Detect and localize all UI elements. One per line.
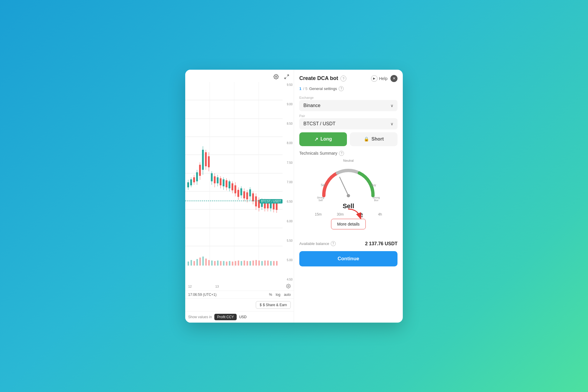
timeframe-15m[interactable]: 15m xyxy=(315,212,322,217)
svg-rect-24 xyxy=(199,165,201,176)
svg-rect-93 xyxy=(232,261,233,266)
long-button[interactable]: ↗ Long xyxy=(299,132,347,146)
share-earn-area: $ $ Share & Earn xyxy=(185,298,294,311)
exchange-select[interactable]: Binance ∨ xyxy=(299,100,397,111)
chart-toolbar xyxy=(185,70,294,82)
short-button[interactable]: 🔒 Short xyxy=(350,132,397,146)
lock-icon: 🔒 xyxy=(364,136,369,142)
svg-text:Sell: Sell xyxy=(318,199,323,201)
svg-rect-20 xyxy=(193,177,195,182)
svg-rect-56 xyxy=(246,192,248,199)
svg-rect-99 xyxy=(250,261,251,265)
gauge-container: Neutral Sell xyxy=(299,159,397,238)
current-price-tag: BTCST / USDT xyxy=(260,199,283,203)
svg-rect-87 xyxy=(214,261,216,265)
svg-rect-48 xyxy=(235,185,236,193)
svg-rect-105 xyxy=(267,260,269,265)
svg-rect-78 xyxy=(188,261,189,266)
date-label-13: 13 xyxy=(215,285,219,288)
svg-rect-86 xyxy=(211,260,213,265)
price-5-50: 5.50 xyxy=(284,239,293,242)
svg-rect-92 xyxy=(229,261,230,265)
price-6-00: 6.00 xyxy=(284,220,293,223)
chart-bottom-gear-icon[interactable] xyxy=(286,284,291,289)
chart-log-ctrl[interactable]: log xyxy=(276,293,280,297)
share-earn-label: $ Share & Earn xyxy=(263,303,287,307)
chart-auto-ctrl[interactable]: auto xyxy=(284,293,291,297)
pair-select[interactable]: BTCST / USDT ∨ xyxy=(299,118,397,129)
svg-rect-97 xyxy=(244,260,245,265)
more-details-button[interactable]: More details xyxy=(331,219,366,229)
svg-rect-101 xyxy=(255,260,257,266)
svg-rect-95 xyxy=(238,260,239,265)
step-help-icon[interactable]: ? xyxy=(339,86,344,91)
svg-rect-34 xyxy=(214,176,216,183)
usd-button[interactable]: USD xyxy=(239,315,246,319)
price-5-00: 5.00 xyxy=(284,258,293,262)
svg-rect-88 xyxy=(217,260,218,265)
price-9-50: 9.50 xyxy=(284,83,293,86)
svg-rect-30 xyxy=(208,156,210,167)
price-8-50: 8.50 xyxy=(284,122,293,125)
gauge-wrapper: Sell Buy Strong Sell Strong Buy xyxy=(310,163,387,201)
svg-rect-28 xyxy=(205,152,207,166)
available-balance-label: Available balance xyxy=(299,241,329,246)
svg-rect-32 xyxy=(211,173,213,181)
svg-point-109 xyxy=(288,286,289,287)
dca-help-icon[interactable]: ? xyxy=(340,76,346,81)
chart-expand-button[interactable] xyxy=(283,73,291,81)
chart-time-display: 17:06:59 (UTC+1) xyxy=(188,293,216,297)
technicals-help-icon[interactable]: ? xyxy=(339,151,344,156)
main-panel: 9.50 9.00 8.50 8.00 7.50 7.00 6.50 6.00 … xyxy=(185,70,403,323)
step-total: / 5 xyxy=(303,86,307,91)
chart-area: 9.50 9.00 8.50 8.00 7.50 7.00 6.50 6.00 … xyxy=(185,70,294,323)
timeframe-30m[interactable]: 30m xyxy=(337,212,344,217)
svg-rect-22 xyxy=(196,172,198,181)
price-6-50: 6.50 xyxy=(284,200,293,203)
svg-rect-79 xyxy=(191,260,192,266)
exchange-value: Binance xyxy=(303,103,320,108)
balance-label-group: Available balance ? xyxy=(299,241,336,246)
play-help-button[interactable]: ▶ Help xyxy=(371,75,387,82)
dca-title-group: Create DCA bot ? xyxy=(299,75,346,81)
svg-rect-18 xyxy=(190,179,192,185)
chart-controls-row: 17:06:59 (UTC+1) % log auto xyxy=(185,291,294,298)
share-earn-button[interactable]: $ $ Share & Earn xyxy=(256,301,291,309)
step-label: General settings xyxy=(309,86,337,91)
profit-ccy-button[interactable]: Profit CCY xyxy=(214,314,237,320)
technicals-title: Technicals Summary xyxy=(299,151,337,156)
dca-panel: Create DCA bot ? ▶ Help ✕ 1 / 5 General … xyxy=(294,70,403,323)
balance-help-icon[interactable]: ? xyxy=(331,241,336,246)
pair-arrow-icon: ∨ xyxy=(390,121,393,126)
chart-bottom: 12 13 xyxy=(185,283,294,291)
chart-canvas: 9.50 9.00 8.50 8.00 7.50 7.00 6.50 6.00 … xyxy=(185,82,294,283)
close-button[interactable]: ✕ xyxy=(390,75,397,82)
show-values-label: Show values in xyxy=(188,315,212,319)
price-9-00: 9.00 xyxy=(284,103,293,106)
exchange-label: Exchange xyxy=(299,96,397,99)
date-labels: 12 13 xyxy=(188,285,219,288)
svg-text:Sell: Sell xyxy=(321,183,326,186)
candlestick-chart xyxy=(185,82,283,283)
svg-rect-85 xyxy=(208,260,210,266)
help-label: Help xyxy=(379,76,387,81)
play-icon: ▶ xyxy=(371,75,377,82)
more-details-row: More details xyxy=(331,219,366,233)
svg-rect-90 xyxy=(223,261,224,265)
price-7-50: 7.50 xyxy=(284,161,293,164)
timeframe-4h[interactable]: 4h xyxy=(378,212,382,217)
svg-rect-104 xyxy=(264,260,266,265)
svg-rect-16 xyxy=(187,182,189,187)
svg-rect-52 xyxy=(240,188,242,195)
svg-rect-89 xyxy=(220,261,221,265)
svg-rect-80 xyxy=(193,261,195,265)
continue-button[interactable]: Continue xyxy=(299,251,397,266)
svg-rect-62 xyxy=(255,196,257,206)
svg-text:Buy: Buy xyxy=(371,183,376,186)
svg-rect-81 xyxy=(196,259,198,265)
svg-rect-46 xyxy=(231,183,233,190)
chart-percent-ctrl[interactable]: % xyxy=(269,293,272,297)
balance-row: Available balance ? 2 137.76 USDT xyxy=(299,241,397,246)
chart-settings-button[interactable] xyxy=(272,73,280,81)
exchange-dropdown-group: Exchange Binance ∨ xyxy=(299,96,397,111)
